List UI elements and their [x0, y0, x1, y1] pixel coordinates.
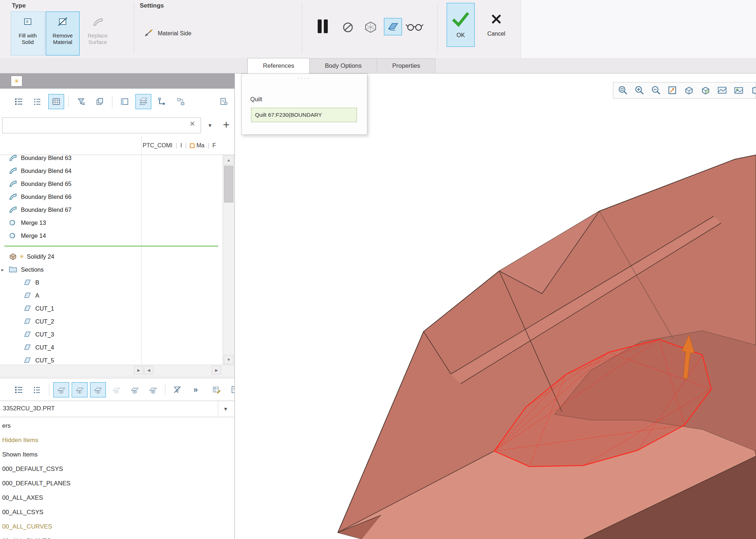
- glasses-preview-icon[interactable]: [406, 21, 424, 32]
- tree-horizontal-scrollbar[interactable]: ▶ ◀ ▶: [0, 365, 235, 375]
- doc-settings-icon[interactable]: [227, 382, 235, 397]
- tree-columns-icon[interactable]: [11, 94, 27, 109]
- toolbar-separator: [49, 384, 49, 396]
- replace-surface-button[interactable]: Replace Surface: [81, 12, 115, 55]
- tree-item-cut-1[interactable]: CUT_1: [0, 302, 223, 315]
- sheet-eye-icon[interactable]: [72, 382, 88, 397]
- preview-feature-icon[interactable]: [384, 18, 402, 35]
- perspective-icon[interactable]: [747, 83, 756, 98]
- sheet-eye-icon[interactable]: [127, 382, 143, 397]
- tree-item-cut-5[interactable]: CUT_5: [0, 354, 223, 365]
- tree-settings-star-icon[interactable]: ✳: [11, 76, 22, 86]
- model-3d-view[interactable]: [235, 74, 756, 539]
- cancel-button[interactable]: Cancel: [480, 3, 513, 47]
- layer-item-00-all-axes[interactable]: 00_ALL_AXES: [0, 491, 234, 505]
- tree-item-cut-3[interactable]: CUT_3: [0, 328, 223, 341]
- tree-item-boundary-blend-66[interactable]: Boundary Blend 66: [0, 190, 223, 203]
- wireframe-box-icon[interactable]: [363, 20, 378, 34]
- tab-body-options[interactable]: Body Options: [309, 58, 377, 74]
- branch-icon[interactable]: [154, 94, 170, 109]
- display-style-icon[interactable]: [714, 83, 730, 98]
- filter-icon[interactable]: [73, 94, 89, 109]
- zoom-in-icon[interactable]: [631, 83, 647, 98]
- list-icon[interactable]: [29, 382, 45, 397]
- sheet-eye-icon[interactable]: [145, 382, 161, 397]
- toolbar-separator: [68, 96, 69, 107]
- scroll-right-icon[interactable]: ▶: [134, 366, 143, 374]
- no-preview-icon[interactable]: [341, 21, 354, 34]
- layer-item-000-default-csys[interactable]: 000_DEFAULT_CSYS: [0, 462, 234, 476]
- remove-material-icon: [57, 15, 69, 29]
- layer-item-shown-items[interactable]: Shown Items: [0, 447, 234, 462]
- layer-item-hidden-items[interactable]: Hidden Items: [0, 433, 234, 447]
- chevron-down-icon[interactable]: ▼: [218, 401, 233, 417]
- tree-item-solidify-24[interactable]: ✳Solidify 24: [0, 250, 223, 263]
- column-header-ptc-comi[interactable]: PTC_COMI: [143, 142, 173, 149]
- zoom-window-icon[interactable]: [615, 83, 631, 98]
- sheets-icon[interactable]: [135, 94, 151, 109]
- tree-vertical-scrollbar[interactable]: ▲ ▼: [223, 155, 234, 365]
- tree-item-boundary-blend-65[interactable]: Boundary Blend 65: [0, 177, 223, 190]
- quilt-reference-field[interactable]: Quilt 67:F230(BOUNDARY: [251, 108, 357, 122]
- layer-item-00-all-planes[interactable]: 00_ALL_PLANES: [0, 534, 234, 539]
- zoom-out-icon[interactable]: [648, 83, 664, 98]
- column-header-ma[interactable]: Ma: [190, 142, 204, 149]
- named-views-icon[interactable]: [681, 83, 697, 98]
- layer-item-000-default-planes[interactable]: 000_DEFAULT_PLANES: [0, 476, 234, 491]
- refit-icon[interactable]: [665, 83, 680, 98]
- tab-properties[interactable]: Properties: [377, 58, 435, 74]
- doc-settings-icon[interactable]: [216, 94, 232, 109]
- tree-item-boundary-blend-63[interactable]: Boundary Blend 63: [0, 155, 223, 164]
- scroll-up-icon[interactable]: ▲: [224, 155, 234, 165]
- column-header-i[interactable]: I: [180, 142, 182, 149]
- active-model-dropdown[interactable]: 3352RCU_3D.PRT ▼: [0, 401, 234, 417]
- boxes-icon[interactable]: [173, 94, 189, 109]
- panel-divider[interactable]: [0, 375, 234, 378]
- panel-icon[interactable]: [117, 94, 133, 109]
- tab-references[interactable]: References: [247, 58, 310, 74]
- tree-item-merge-14[interactable]: Merge 14: [0, 229, 223, 242]
- tree-item-cut-4[interactable]: CUT_4: [0, 341, 223, 354]
- tree-item-cut-2[interactable]: CUT_2: [0, 315, 223, 328]
- sheet-eye-icon[interactable]: [53, 382, 69, 397]
- graphics-viewport[interactable]: [235, 74, 756, 539]
- copy-icon[interactable]: [92, 94, 108, 109]
- search-input[interactable]: [2, 117, 201, 133]
- search-dropdown-icon[interactable]: ▼: [204, 119, 216, 132]
- tree-item-b[interactable]: B: [0, 276, 223, 289]
- scroll-down-icon[interactable]: ▼: [224, 355, 234, 364]
- expander-arrow-icon[interactable]: ▸: [1, 267, 4, 272]
- list-icon[interactable]: [30, 94, 45, 109]
- capture-icon[interactable]: [731, 83, 747, 98]
- grid-icon[interactable]: [48, 94, 64, 109]
- clear-search-icon[interactable]: ✕: [189, 120, 195, 127]
- view-manager-icon[interactable]: [698, 83, 713, 98]
- sheet-eye-icon[interactable]: [108, 382, 124, 397]
- drag-handle-icon[interactable]: ····: [242, 75, 367, 81]
- chevrons-icon[interactable]: »: [188, 382, 203, 397]
- scroll-left-icon[interactable]: ◀: [144, 366, 153, 374]
- column-header-f[interactable]: F: [213, 142, 216, 149]
- layer-item-ers[interactable]: ers: [0, 419, 234, 433]
- fill-with-solid-button[interactable]: Fill with Solid: [11, 12, 45, 55]
- tree-item-boundary-blend-67[interactable]: Boundary Blend 67: [0, 203, 223, 216]
- layer-item-00-all-csys[interactable]: 00_ALL_CSYS: [0, 505, 234, 520]
- material-side-control[interactable]: Material Side: [143, 27, 191, 40]
- add-filter-icon[interactable]: +: [219, 115, 233, 134]
- remove-material-button[interactable]: Remove Material: [46, 12, 80, 55]
- sheet-eye-icon[interactable]: [90, 382, 106, 397]
- tree-item-sections[interactable]: ▸Sections: [0, 263, 223, 276]
- layer-item-00-all-curves[interactable]: 00_ALL_CURVES: [0, 520, 234, 534]
- insert-here-locator[interactable]: [0, 242, 223, 250]
- tree-columns-icon[interactable]: [11, 382, 27, 397]
- scroll-right-icon[interactable]: ▶: [212, 366, 221, 374]
- ok-button[interactable]: OK: [447, 3, 475, 47]
- tree-item-a[interactable]: A: [0, 289, 223, 302]
- tree-item-boundary-blend-64[interactable]: Boundary Blend 64: [0, 164, 223, 177]
- scrollbar-thumb[interactable]: [224, 166, 233, 202]
- funnel-slash-icon[interactable]: [169, 382, 185, 397]
- table-pencil-icon[interactable]: [209, 382, 224, 397]
- model-tree-panel: ✳ ✕ ▼ + PTC_COMI|I|Ma|F Boundary Blend 6…: [0, 74, 235, 539]
- pause-icon[interactable]: [316, 18, 330, 35]
- tree-item-merge-13[interactable]: Merge 13: [0, 216, 223, 229]
